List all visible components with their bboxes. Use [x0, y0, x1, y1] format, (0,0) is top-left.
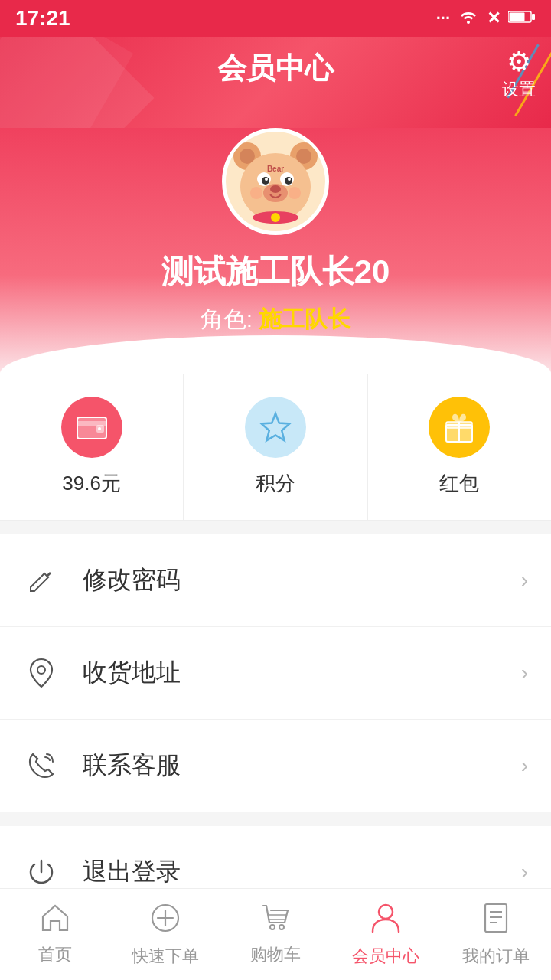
svg-point-0: [467, 21, 470, 24]
orders-icon: [482, 903, 510, 940]
page-title: 会员中心: [15, 49, 536, 88]
menu-change-password[interactable]: 修改密码 ›: [0, 534, 551, 627]
settings-button[interactable]: ⚙ 设置: [502, 46, 536, 101]
svg-point-19: [289, 187, 301, 199]
redpack-label: 红包: [439, 470, 479, 497]
svg-point-34: [270, 925, 275, 929]
svg-point-14: [265, 178, 268, 181]
wifi-icon: [458, 8, 479, 29]
star-icon: [245, 397, 306, 458]
close-icon: ✕: [487, 8, 500, 28]
menu-customer-service-label: 联系客服: [83, 749, 521, 782]
stat-points[interactable]: 积分: [184, 374, 367, 520]
nav-cart[interactable]: 购物车: [220, 889, 331, 980]
avatar-wrapper: Bear: [222, 128, 329, 235]
logout-label: 退出登录: [83, 855, 521, 889]
stats-row: 39.6元 积分 红包: [0, 374, 551, 521]
profile-name: 测试施工队长20: [15, 250, 536, 293]
status-time: 17:21: [15, 6, 70, 31]
svg-point-18: [250, 187, 262, 199]
wallet-icon: [61, 397, 122, 458]
role-prefix: 角色:: [201, 306, 253, 332]
phone-icon: [23, 747, 60, 784]
edit-icon: [23, 562, 60, 599]
menu-change-password-label: 修改密码: [83, 564, 521, 597]
stat-redpack[interactable]: 红包: [368, 374, 551, 520]
chevron-right-icon: ›: [521, 860, 528, 884]
menu-customer-service[interactable]: 联系客服 ›: [0, 720, 551, 812]
svg-point-35: [279, 925, 284, 929]
role-name: 施工队长: [259, 306, 350, 332]
settings-label: 设置: [502, 78, 536, 101]
gear-icon: ⚙: [502, 46, 536, 78]
svg-point-15: [288, 178, 291, 181]
power-icon: [23, 854, 60, 890]
gift-icon: [429, 397, 490, 458]
bottom-nav: 首页 快速下单 购物车: [0, 888, 551, 980]
profile-role: 角色: 施工队长: [15, 304, 536, 335]
nav-quick-order-label: 快速下单: [132, 945, 199, 968]
svg-point-17: [270, 185, 281, 193]
person-icon: [371, 903, 400, 940]
points-label: 积分: [256, 470, 295, 497]
profile-section: Bear 测试施工队长20 角色: 施工队长: [0, 128, 551, 374]
home-icon: [40, 903, 70, 939]
chevron-right-icon: ›: [521, 753, 528, 778]
status-bar: 17:21 ··· ✕: [0, 0, 551, 37]
nav-home-label: 首页: [38, 943, 72, 966]
wallet-value: 39.6元: [62, 470, 121, 497]
menu-section: 修改密码 › 收货地址 › 联系客服 ›: [0, 534, 551, 812]
location-icon: [23, 655, 60, 691]
plus-circle-icon: [150, 903, 181, 940]
nav-my-orders[interactable]: 我的订单: [441, 889, 551, 980]
svg-point-38: [379, 905, 393, 919]
svg-rect-2: [510, 13, 525, 21]
chevron-right-icon: ›: [521, 568, 528, 593]
svg-point-30: [37, 666, 45, 674]
header: 会员中心 ⚙ 设置: [0, 37, 551, 128]
cart-icon: [260, 903, 291, 939]
nav-member-center[interactable]: 会员中心: [331, 889, 441, 980]
menu-shipping-address[interactable]: 收货地址 ›: [0, 627, 551, 720]
status-icons: ··· ✕: [436, 8, 536, 29]
bear-avatar-svg: Bear: [226, 132, 325, 231]
svg-text:Bear: Bear: [267, 165, 284, 173]
svg-rect-3: [532, 14, 535, 20]
menu-shipping-label: 收货地址: [83, 656, 521, 690]
nav-orders-label: 我的订单: [462, 945, 530, 968]
chevron-right-icon: ›: [521, 661, 528, 685]
svg-point-26: [98, 427, 101, 430]
nav-quick-order[interactable]: 快速下单: [110, 889, 220, 980]
svg-point-21: [271, 213, 280, 222]
stat-wallet[interactable]: 39.6元: [0, 374, 184, 520]
nav-cart-label: 购物车: [250, 943, 301, 966]
signal-icon: ···: [436, 8, 450, 28]
nav-home[interactable]: 首页: [0, 889, 110, 980]
battery-icon: [508, 8, 536, 28]
nav-member-label: 会员中心: [352, 945, 419, 968]
avatar: Bear: [222, 128, 329, 235]
